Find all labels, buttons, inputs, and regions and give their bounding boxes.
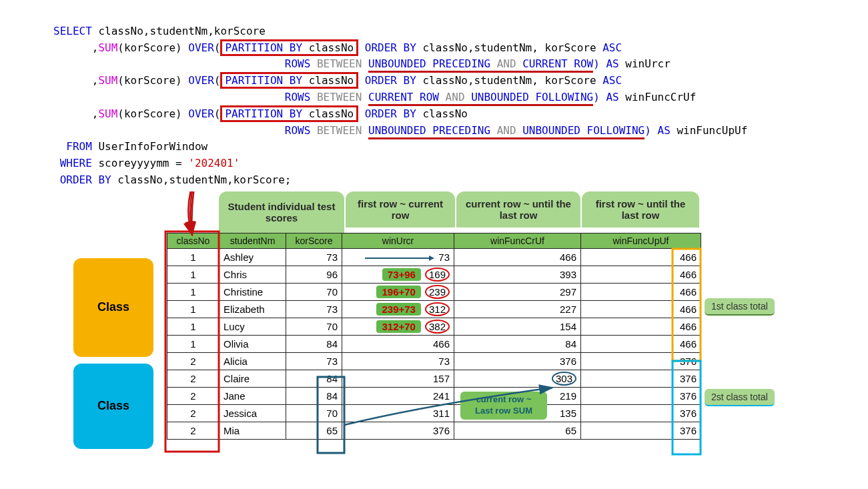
table-row: 1 Chris 96 73+96169 393 466 (167, 266, 701, 283)
pill-student-scores: Student individual test scores (219, 191, 344, 233)
table-row: 1 Christine 70 196+70239 297 466 (167, 283, 701, 300)
table-row: 1 Lucy 70 312+70382 154 466 (167, 318, 701, 335)
class-badge-2: Class (73, 364, 153, 449)
table-row: 2 Mia 65 376 65 376 (167, 422, 701, 439)
table-row: 2 Jessica 70 311 135 376 (167, 404, 701, 422)
result-table: classNo studentNm korScore winUrcr winFu… (167, 233, 701, 440)
table-row: 2 Claire 84 157 303 376 (167, 370, 701, 387)
note-current-last-sum: current row ~ Last row SUM (460, 392, 547, 420)
table-row: 2 Alicia 73 73 376 376 (167, 352, 701, 370)
arrow-icon (362, 254, 436, 263)
class-badge-1: Class (73, 258, 153, 357)
pill-current-last: current row ~ until the last row (456, 191, 580, 227)
pill-first-current: first row ~ current row (346, 191, 455, 227)
table-row: 1 Olivia 84 466 84 466 (167, 335, 701, 352)
svg-marker-1 (429, 256, 434, 261)
main-diagram: Student individual test scores first row… (53, 191, 815, 472)
label-2nd-total: 2st class total (705, 389, 775, 406)
th-winurcr: winUrcr (342, 233, 454, 248)
th-korscore: korScore (286, 233, 342, 248)
table-row: 2 Jane 84 241 219 376 (167, 387, 701, 404)
th-winfunccruf: winFuncCrUf (454, 233, 581, 248)
th-winfuncupuf: winFuncUpUf (581, 233, 701, 248)
table-row: 1 Elizabeth 73 239+73312 227 466 (167, 300, 701, 318)
th-studentnm: studentNm (220, 233, 286, 248)
th-classno: classNo (167, 233, 220, 248)
sql-code-block: SELECT classNo,studentNm,korScore ,SUM(k… (53, 7, 815, 189)
label-1st-total: 1st class total (705, 298, 775, 316)
table-row: 1 Ashley 73 73 466 466 (167, 248, 701, 266)
pill-first-last: first row ~ until the last row (582, 191, 699, 227)
